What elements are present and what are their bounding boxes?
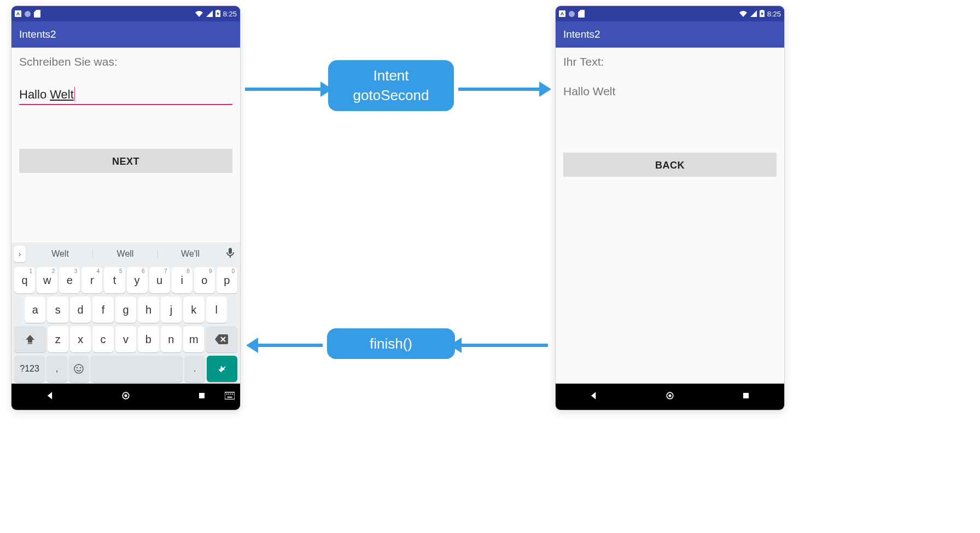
flow-label-intent: IntentgotoSecond xyxy=(328,60,454,111)
key-n[interactable]: n xyxy=(161,326,182,352)
svg-rect-7 xyxy=(225,392,235,399)
svg-rect-10 xyxy=(230,393,231,395)
nav-keyboard-icon[interactable] xyxy=(225,392,235,402)
period-key[interactable]: . xyxy=(184,356,205,382)
svg-point-2 xyxy=(80,367,81,368)
battery-icon xyxy=(760,10,765,18)
your-text-label: Ihr Text: xyxy=(563,55,777,68)
arrow-finish-in xyxy=(460,344,548,347)
svg-point-14 xyxy=(668,395,671,397)
key-q[interactable]: q1 xyxy=(14,267,35,293)
arrow-finish-out xyxy=(257,344,323,347)
suggestion-bar: › Welt Well We'll xyxy=(11,242,240,265)
app-title: Intents2 xyxy=(19,28,56,40)
key-w[interactable]: w2 xyxy=(37,267,57,293)
svg-rect-15 xyxy=(743,393,749,398)
nav-recents-icon[interactable] xyxy=(196,390,207,403)
next-button[interactable]: NEXT xyxy=(19,149,232,173)
key-s[interactable]: s xyxy=(47,297,68,323)
screen-content: Ihr Text: Hallo Welt BACK xyxy=(556,48,784,223)
key-e[interactable]: e3 xyxy=(59,267,80,293)
key-d[interactable]: d xyxy=(70,297,91,323)
key-v[interactable]: v xyxy=(115,326,136,352)
key-o[interactable]: o9 xyxy=(194,267,215,293)
status-time: 8:25 xyxy=(223,10,237,18)
comma-key[interactable]: , xyxy=(46,356,67,382)
arrow-intent-out xyxy=(458,88,540,91)
mic-icon[interactable] xyxy=(223,248,238,260)
nav-back-icon[interactable] xyxy=(588,390,599,403)
screen-content: Schreiben Sie was: Hallo Welt NEXT xyxy=(11,48,240,242)
received-text: Hallo Welt xyxy=(563,85,777,98)
enter-key[interactable] xyxy=(207,356,237,382)
status-sd-icon xyxy=(578,10,585,18)
symbols-key[interactable]: ?123 xyxy=(14,356,45,382)
battery-icon xyxy=(215,10,220,18)
status-dot-icon xyxy=(25,11,31,17)
signal-icon xyxy=(206,10,213,17)
nav-home-icon[interactable] xyxy=(664,390,675,403)
status-sd-icon xyxy=(34,10,40,18)
svg-rect-11 xyxy=(232,393,234,395)
nav-home-icon[interactable] xyxy=(120,390,131,403)
key-x[interactable]: x xyxy=(70,326,91,352)
wifi-icon xyxy=(739,10,748,17)
key-t[interactable]: t5 xyxy=(104,267,125,293)
key-u[interactable]: u7 xyxy=(149,267,170,293)
key-a[interactable]: a xyxy=(25,297,45,323)
suggestion-3[interactable]: We'll xyxy=(158,249,223,259)
android-navbar xyxy=(556,384,784,410)
svg-point-0 xyxy=(74,364,83,373)
app-bar: Intents2 xyxy=(556,21,784,48)
text-input[interactable]: Hallo Welt xyxy=(19,85,232,105)
key-z[interactable]: z xyxy=(48,326,68,352)
svg-point-1 xyxy=(77,367,78,368)
back-button[interactable]: BACK xyxy=(563,153,777,177)
nav-recents-icon[interactable] xyxy=(740,390,751,403)
space-key[interactable] xyxy=(91,356,183,382)
nav-back-icon[interactable] xyxy=(44,390,55,403)
suggestion-2[interactable]: Well xyxy=(92,249,158,259)
signal-icon xyxy=(750,10,757,17)
svg-point-5 xyxy=(124,395,127,397)
android-navbar xyxy=(11,384,240,410)
shift-key[interactable] xyxy=(14,326,46,352)
soft-keyboard: › Welt Well We'll q1w2e3r4t5y6u7i8o9p0 a… xyxy=(11,242,240,384)
wifi-icon xyxy=(195,10,203,17)
arrow-intent-in xyxy=(245,88,322,91)
svg-rect-9 xyxy=(228,393,229,395)
svg-rect-8 xyxy=(226,393,228,395)
app-bar: Intents2 xyxy=(11,21,240,48)
key-b[interactable]: b xyxy=(138,326,159,352)
emoji-key[interactable] xyxy=(69,356,89,382)
key-y[interactable]: y6 xyxy=(127,267,148,293)
status-dot-icon xyxy=(569,11,575,17)
flow-label-finish: finish() xyxy=(327,328,455,359)
status-bar: A 8:25 xyxy=(11,6,240,21)
status-bar: A 8:25 xyxy=(556,6,784,21)
status-icon-a: A xyxy=(559,10,565,17)
app-title: Intents2 xyxy=(563,28,600,40)
key-l[interactable]: l xyxy=(206,297,227,323)
prompt-label: Schreiben Sie was: xyxy=(19,55,232,68)
key-f[interactable]: f xyxy=(92,297,113,323)
svg-rect-6 xyxy=(199,393,205,398)
status-time: 8:25 xyxy=(767,10,781,18)
key-c[interactable]: c xyxy=(92,326,113,352)
key-g[interactable]: g xyxy=(115,297,136,323)
suggestion-1[interactable]: Welt xyxy=(28,249,92,259)
phone-screen-second: A 8:25 Intents2 Ihr Text: Hallo Welt BAC… xyxy=(555,5,785,410)
key-r[interactable]: r4 xyxy=(81,267,102,293)
status-icon-a: A xyxy=(15,10,21,17)
key-m[interactable]: m xyxy=(183,326,204,352)
key-k[interactable]: k xyxy=(183,297,204,323)
suggestion-expand-icon[interactable]: › xyxy=(14,246,26,262)
phone-screen-first: A 8:25 Intents2 Schreiben Sie was: Hallo… xyxy=(11,5,241,410)
key-j[interactable]: j xyxy=(161,297,182,323)
key-h[interactable]: h xyxy=(138,297,159,323)
svg-rect-12 xyxy=(228,397,232,398)
key-p[interactable]: p0 xyxy=(217,267,237,293)
text-cursor xyxy=(74,87,75,101)
key-i[interactable]: i8 xyxy=(172,267,192,293)
backspace-key[interactable] xyxy=(206,326,237,352)
